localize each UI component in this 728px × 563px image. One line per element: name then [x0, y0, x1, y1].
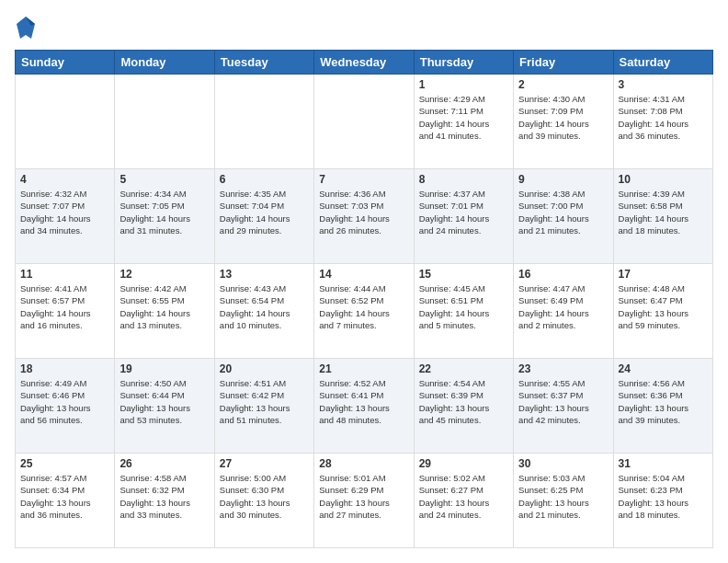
day-number: 3 — [619, 78, 708, 91]
calendar-cell: 14Sunrise: 4:44 AM Sunset: 6:52 PM Dayli… — [314, 264, 414, 359]
day-detail: Sunrise: 4:41 AM Sunset: 6:57 PM Dayligh… — [20, 282, 109, 331]
calendar-cell: 28Sunrise: 5:01 AM Sunset: 6:29 PM Dayli… — [314, 454, 414, 548]
day-number: 16 — [518, 268, 608, 281]
day-detail: Sunrise: 4:45 AM Sunset: 6:51 PM Dayligh… — [419, 282, 508, 331]
day-number: 26 — [119, 457, 209, 470]
day-number: 1 — [419, 78, 508, 91]
calendar-cell: 21Sunrise: 4:52 AM Sunset: 6:41 PM Dayli… — [314, 359, 414, 454]
day-number: 4 — [20, 173, 109, 186]
calendar-header-monday: Monday — [115, 51, 214, 75]
day-detail: Sunrise: 5:03 AM Sunset: 6:25 PM Dayligh… — [518, 472, 608, 521]
day-number: 12 — [119, 268, 209, 281]
calendar-header-thursday: Thursday — [414, 51, 513, 75]
day-number: 13 — [220, 268, 309, 281]
calendar-header-wednesday: Wednesday — [314, 51, 414, 75]
calendar-week-row: 1Sunrise: 4:29 AM Sunset: 7:11 PM Daylig… — [16, 75, 713, 169]
calendar-cell: 10Sunrise: 4:39 AM Sunset: 6:58 PM Dayli… — [613, 169, 712, 264]
calendar-cell: 27Sunrise: 5:00 AM Sunset: 6:30 PM Dayli… — [214, 454, 313, 548]
calendar-cell: 7Sunrise: 4:36 AM Sunset: 7:03 PM Daylig… — [314, 169, 414, 264]
day-number: 24 — [619, 362, 708, 375]
day-detail: Sunrise: 4:31 AM Sunset: 7:08 PM Dayligh… — [619, 93, 708, 142]
calendar-week-row: 4Sunrise: 4:32 AM Sunset: 7:07 PM Daylig… — [16, 169, 713, 264]
calendar-cell — [214, 75, 313, 169]
calendar-cell: 13Sunrise: 4:43 AM Sunset: 6:54 PM Dayli… — [214, 264, 313, 359]
calendar-cell: 15Sunrise: 4:45 AM Sunset: 6:51 PM Dayli… — [414, 264, 513, 359]
day-number: 31 — [619, 457, 708, 470]
day-number: 8 — [419, 173, 508, 186]
calendar-header-sunday: Sunday — [16, 51, 115, 75]
day-detail: Sunrise: 4:37 AM Sunset: 7:01 PM Dayligh… — [419, 188, 508, 236]
day-detail: Sunrise: 4:56 AM Sunset: 6:36 PM Dayligh… — [619, 377, 708, 426]
calendar-cell: 25Sunrise: 4:57 AM Sunset: 6:34 PM Dayli… — [16, 454, 115, 548]
day-detail: Sunrise: 4:29 AM Sunset: 7:11 PM Dayligh… — [419, 93, 508, 142]
day-detail: Sunrise: 5:01 AM Sunset: 6:29 PM Dayligh… — [319, 472, 408, 521]
calendar-week-row: 25Sunrise: 4:57 AM Sunset: 6:34 PM Dayli… — [16, 454, 713, 548]
day-number: 9 — [518, 173, 608, 186]
day-detail: Sunrise: 5:00 AM Sunset: 6:30 PM Dayligh… — [220, 472, 309, 521]
calendar-table: SundayMondayTuesdayWednesdayThursdayFrid… — [15, 50, 713, 548]
day-number: 17 — [619, 268, 708, 281]
day-detail: Sunrise: 4:32 AM Sunset: 7:07 PM Dayligh… — [20, 188, 109, 236]
day-number: 27 — [220, 457, 309, 470]
day-number: 18 — [20, 362, 109, 375]
day-number: 25 — [20, 457, 109, 470]
day-detail: Sunrise: 4:58 AM Sunset: 6:32 PM Dayligh… — [119, 472, 209, 521]
calendar-week-row: 18Sunrise: 4:49 AM Sunset: 6:46 PM Dayli… — [16, 359, 713, 454]
header — [15, 15, 713, 40]
day-detail: Sunrise: 4:54 AM Sunset: 6:39 PM Dayligh… — [419, 377, 508, 426]
calendar-week-row: 11Sunrise: 4:41 AM Sunset: 6:57 PM Dayli… — [16, 264, 713, 359]
calendar-cell: 17Sunrise: 4:48 AM Sunset: 6:47 PM Dayli… — [613, 264, 712, 359]
day-number: 28 — [319, 457, 408, 470]
day-detail: Sunrise: 5:02 AM Sunset: 6:27 PM Dayligh… — [419, 472, 508, 521]
day-detail: Sunrise: 4:49 AM Sunset: 6:46 PM Dayligh… — [20, 377, 109, 426]
day-number: 7 — [319, 173, 408, 186]
day-number: 5 — [119, 173, 209, 186]
day-detail: Sunrise: 4:42 AM Sunset: 6:55 PM Dayligh… — [119, 282, 209, 331]
calendar-cell: 9Sunrise: 4:38 AM Sunset: 7:00 PM Daylig… — [514, 169, 613, 264]
calendar-cell: 3Sunrise: 4:31 AM Sunset: 7:08 PM Daylig… — [613, 75, 712, 169]
day-number: 29 — [419, 457, 508, 470]
day-number: 10 — [619, 173, 708, 186]
day-number: 20 — [220, 362, 309, 375]
calendar-cell: 19Sunrise: 4:50 AM Sunset: 6:44 PM Dayli… — [115, 359, 214, 454]
calendar-cell: 5Sunrise: 4:34 AM Sunset: 7:05 PM Daylig… — [115, 169, 214, 264]
calendar-header-saturday: Saturday — [613, 51, 712, 75]
day-detail: Sunrise: 4:47 AM Sunset: 6:49 PM Dayligh… — [518, 282, 608, 331]
calendar-cell: 2Sunrise: 4:30 AM Sunset: 7:09 PM Daylig… — [514, 75, 613, 169]
day-detail: Sunrise: 4:44 AM Sunset: 6:52 PM Dayligh… — [319, 282, 408, 331]
calendar-cell: 30Sunrise: 5:03 AM Sunset: 6:25 PM Dayli… — [514, 454, 613, 548]
calendar-cell: 29Sunrise: 5:02 AM Sunset: 6:27 PM Dayli… — [414, 454, 513, 548]
day-number: 30 — [518, 457, 608, 470]
day-detail: Sunrise: 4:39 AM Sunset: 6:58 PM Dayligh… — [619, 188, 708, 236]
calendar-cell: 26Sunrise: 4:58 AM Sunset: 6:32 PM Dayli… — [115, 454, 214, 548]
day-detail: Sunrise: 4:48 AM Sunset: 6:47 PM Dayligh… — [619, 282, 708, 331]
calendar-cell: 4Sunrise: 4:32 AM Sunset: 7:07 PM Daylig… — [16, 169, 115, 264]
day-detail: Sunrise: 5:04 AM Sunset: 6:23 PM Dayligh… — [619, 472, 708, 521]
day-number: 19 — [119, 362, 209, 375]
day-number: 14 — [319, 268, 408, 281]
page: SundayMondayTuesdayWednesdayThursdayFrid… — [0, 0, 728, 563]
calendar-cell: 8Sunrise: 4:37 AM Sunset: 7:01 PM Daylig… — [414, 169, 513, 264]
day-number: 11 — [20, 268, 109, 281]
calendar-cell: 22Sunrise: 4:54 AM Sunset: 6:39 PM Dayli… — [414, 359, 513, 454]
day-detail: Sunrise: 4:34 AM Sunset: 7:05 PM Dayligh… — [119, 188, 209, 236]
day-detail: Sunrise: 4:35 AM Sunset: 7:04 PM Dayligh… — [220, 188, 309, 236]
day-detail: Sunrise: 4:57 AM Sunset: 6:34 PM Dayligh… — [20, 472, 109, 521]
day-number: 6 — [220, 173, 309, 186]
day-detail: Sunrise: 4:52 AM Sunset: 6:41 PM Dayligh… — [319, 377, 408, 426]
day-detail: Sunrise: 4:51 AM Sunset: 6:42 PM Dayligh… — [220, 377, 309, 426]
svg-marker-0 — [17, 17, 35, 39]
calendar-cell: 20Sunrise: 4:51 AM Sunset: 6:42 PM Dayli… — [214, 359, 313, 454]
logo-icon — [15, 15, 37, 40]
calendar-cell: 16Sunrise: 4:47 AM Sunset: 6:49 PM Dayli… — [514, 264, 613, 359]
day-detail: Sunrise: 4:36 AM Sunset: 7:03 PM Dayligh… — [319, 188, 408, 236]
calendar-cell: 11Sunrise: 4:41 AM Sunset: 6:57 PM Dayli… — [16, 264, 115, 359]
day-detail: Sunrise: 4:55 AM Sunset: 6:37 PM Dayligh… — [518, 377, 608, 426]
calendar-cell: 18Sunrise: 4:49 AM Sunset: 6:46 PM Dayli… — [16, 359, 115, 454]
day-detail: Sunrise: 4:38 AM Sunset: 7:00 PM Dayligh… — [518, 188, 608, 236]
calendar-cell — [115, 75, 214, 169]
day-detail: Sunrise: 4:30 AM Sunset: 7:09 PM Dayligh… — [518, 93, 608, 142]
calendar-cell — [16, 75, 115, 169]
calendar-header-tuesday: Tuesday — [214, 51, 313, 75]
calendar-cell: 24Sunrise: 4:56 AM Sunset: 6:36 PM Dayli… — [613, 359, 712, 454]
